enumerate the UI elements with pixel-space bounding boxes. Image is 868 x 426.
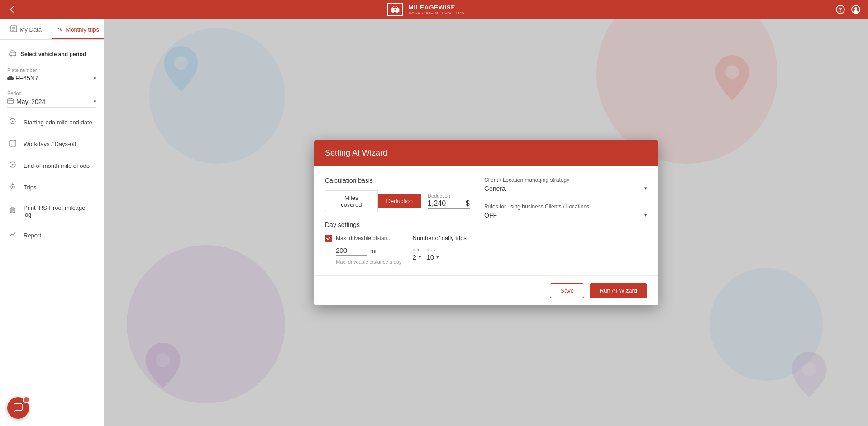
max-select-wrap: 10 5 8 15 20 ▾: [427, 253, 439, 262]
tab-monthly-trips[interactable]: Monthly trips: [52, 19, 104, 39]
workdays-icon: [9, 139, 17, 148]
chat-badge: [23, 396, 30, 403]
deduction-currency: $: [466, 199, 470, 208]
sidebar-item-print[interactable]: Print IRS-Proof mileage log: [0, 198, 104, 224]
dialog-footer: Save Run AI Wizard: [314, 275, 658, 305]
day-settings-title: Day settings: [325, 221, 470, 228]
tab-monthly-trips-label: Monthly trips: [66, 26, 99, 33]
run-ai-wizard-button[interactable]: Run AI Wizard: [590, 283, 647, 298]
tab-my-data-label: My Data: [20, 26, 42, 33]
trips-label: Trips: [24, 184, 36, 191]
min-select-wrap: 2 1 3 4 5 ▾: [413, 253, 421, 262]
calc-basis-row: Miles covered Deduction Deduction $: [325, 190, 470, 212]
svg-text:?: ?: [839, 6, 842, 13]
svg-point-7: [854, 7, 857, 10]
min-max-row: min 2 1 3 4 5: [413, 247, 467, 262]
plate-select-wrap: FF65N7 ▾: [7, 75, 96, 84]
report-icon: [9, 231, 17, 240]
end-of-month-icon: [9, 161, 17, 170]
top-nav: MILEAGEWISE IRS-PROOF MILEAGE LOG ?: [0, 0, 868, 19]
svg-point-20: [8, 79, 10, 80]
sidebar-menu: Select vehicle and period Plate number *…: [0, 40, 104, 426]
svg-point-14: [57, 28, 58, 29]
max-drive-label: Max. driveable distan...: [336, 235, 391, 241]
logo-box: [387, 3, 403, 16]
plate-select[interactable]: FF65N7: [15, 75, 94, 82]
client-location-arrow-icon: ▾: [644, 185, 647, 191]
calc-basis-title: Calculation basis: [325, 177, 470, 184]
svg-rect-19: [7, 77, 14, 80]
svg-point-18: [14, 55, 15, 57]
rules-select-wrap: OFF ON ▾: [484, 212, 647, 221]
miles-covered-button[interactable]: Miles covered: [325, 190, 378, 212]
app-tagline: IRS-PROOF MILEAGE LOG: [409, 11, 465, 15]
trips-icon: [9, 183, 17, 192]
plate-arrow-icon: ▾: [94, 76, 96, 81]
max-drive-row: Max. driveable distan...: [325, 235, 402, 242]
svg-point-2: [396, 11, 398, 13]
my-data-icon: [10, 25, 17, 33]
min-label: min: [413, 247, 421, 252]
sidebar-item-end-of-month[interactable]: End-of-month mile of odo: [0, 155, 104, 176]
app-name: MILEAGEWISE: [409, 4, 465, 11]
day-settings-row: Max. driveable distan... mi Max. driveab…: [325, 235, 470, 265]
daily-trips-label: Number of daily trips: [413, 235, 467, 241]
max-drive-section: Max. driveable distan... mi Max. driveab…: [325, 235, 402, 265]
max-drive-input[interactable]: [336, 246, 367, 256]
daily-trips-section: Number of daily trips min 2 1 3: [413, 235, 467, 262]
client-location-group: Client / Location managing strategy Gene…: [484, 177, 647, 194]
report-label: Report: [24, 232, 41, 239]
svg-point-15: [61, 29, 62, 30]
svg-rect-16: [10, 52, 16, 56]
sidebar-item-trips[interactable]: Trips: [0, 176, 104, 198]
deduction-button[interactable]: Deduction: [378, 194, 422, 208]
save-button[interactable]: Save: [550, 283, 584, 298]
svg-point-21: [12, 79, 13, 80]
max-trips-select[interactable]: 10 5 8 15 20: [427, 253, 443, 261]
period-select-wrap: May, 2024 ▾: [7, 98, 96, 108]
select-vehicle-icon: [9, 50, 16, 58]
help-button[interactable]: ?: [835, 5, 845, 14]
svg-point-27: [12, 121, 14, 122]
sidebar-item-workdays[interactable]: Workdays / Days-off: [0, 133, 104, 155]
period-arrow-icon: ▾: [94, 99, 96, 104]
dialog-title: Setting AI Wizard: [325, 148, 387, 157]
svg-point-33: [12, 164, 14, 166]
max-label: max: [427, 247, 439, 252]
rules-group: Rules for using business Clients / Locat…: [484, 204, 647, 221]
dialog-left-panel: Calculation basis Miles covered Deductio…: [325, 177, 470, 265]
client-location-select-wrap: General Advanced Custom ▾: [484, 185, 647, 194]
max-drive-unit: mi: [370, 247, 377, 254]
min-trips-select[interactable]: 2 1 3 4 5: [413, 253, 425, 261]
svg-point-1: [391, 11, 393, 13]
rules-select[interactable]: OFF ON: [484, 212, 644, 219]
svg-point-17: [10, 55, 12, 57]
client-location-select[interactable]: General Advanced Custom: [484, 185, 644, 192]
deduction-field: Deduction $: [428, 193, 470, 209]
sidebar-item-starting-odo[interactable]: Starting odo mile and date: [0, 111, 104, 133]
sidebar-tabs: My Data Monthly trips: [0, 19, 104, 40]
car-icon: [7, 75, 14, 82]
deduction-input[interactable]: [428, 199, 464, 208]
starting-odo-icon: [9, 118, 17, 127]
period-select[interactable]: May, 2024: [16, 98, 94, 105]
main-content: Setting AI Wizard Calculation basis Mile…: [104, 19, 868, 426]
dialog-right-panel: Client / Location managing strategy Gene…: [484, 177, 647, 265]
ai-wizard-dialog: Setting AI Wizard Calculation basis Mile…: [314, 140, 658, 305]
max-drive-checkbox[interactable]: [325, 235, 332, 242]
sidebar-item-select-vehicle[interactable]: Select vehicle and period: [0, 43, 104, 63]
max-group: max 10 5 8 15 20: [427, 247, 439, 262]
dialog-header: Setting AI Wizard: [314, 140, 658, 166]
tab-my-data[interactable]: My Data: [0, 19, 52, 39]
monthly-trips-icon: [56, 25, 63, 33]
chat-button[interactable]: [7, 397, 29, 419]
svg-rect-22: [8, 99, 13, 104]
rules-label: Rules for using business Clients / Locat…: [484, 204, 647, 210]
min-group: min 2 1 3 4 5: [413, 247, 421, 262]
svg-point-3: [394, 9, 396, 10]
svg-rect-28: [10, 140, 16, 146]
sidebar-item-report[interactable]: Report: [0, 224, 104, 246]
user-button[interactable]: [851, 5, 861, 14]
dialog-body: Calculation basis Miles covered Deductio…: [314, 166, 658, 275]
back-button[interactable]: [7, 5, 16, 14]
